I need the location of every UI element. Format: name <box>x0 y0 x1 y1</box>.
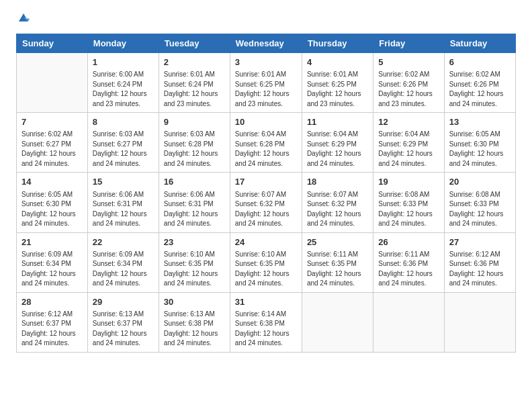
day-info: Sunrise: 6:11 AMSunset: 6:35 PMDaylight:… <box>307 250 368 289</box>
day-number: 6 <box>449 56 511 68</box>
day-info: Sunrise: 6:04 AMSunset: 6:29 PMDaylight:… <box>307 130 368 169</box>
calendar-cell: 15Sunrise: 6:06 AMSunset: 6:31 PMDayligh… <box>87 173 159 232</box>
day-number: 3 <box>235 56 297 68</box>
col-header-sunday: Sunday <box>17 34 88 53</box>
day-number: 25 <box>307 236 368 248</box>
day-number: 16 <box>164 176 225 188</box>
col-header-friday: Friday <box>373 34 444 53</box>
calendar-cell: 10Sunrise: 6:04 AMSunset: 6:28 PMDayligh… <box>230 113 302 173</box>
day-number: 17 <box>235 176 297 188</box>
day-info: Sunrise: 6:08 AMSunset: 6:33 PMDaylight:… <box>378 190 439 229</box>
day-number: 14 <box>21 176 83 188</box>
day-info: Sunrise: 6:13 AMSunset: 6:38 PMDaylight:… <box>164 310 225 349</box>
col-header-thursday: Thursday <box>302 34 373 53</box>
calendar-cell: 25Sunrise: 6:11 AMSunset: 6:35 PMDayligh… <box>302 232 373 292</box>
day-number: 21 <box>21 236 83 248</box>
day-info: Sunrise: 6:05 AMSunset: 6:30 PMDaylight:… <box>449 130 511 169</box>
day-info: Sunrise: 6:13 AMSunset: 6:37 PMDaylight:… <box>93 310 154 349</box>
day-info: Sunrise: 6:01 AMSunset: 6:25 PMDaylight:… <box>235 70 297 109</box>
day-number: 7 <box>21 116 83 128</box>
day-info: Sunrise: 6:07 AMSunset: 6:32 PMDaylight:… <box>235 190 297 229</box>
day-number: 29 <box>93 296 154 308</box>
day-info: Sunrise: 6:01 AMSunset: 6:25 PMDaylight:… <box>307 70 368 109</box>
calendar-cell: 26Sunrise: 6:11 AMSunset: 6:36 PMDayligh… <box>373 232 444 292</box>
day-info: Sunrise: 6:04 AMSunset: 6:28 PMDaylight:… <box>235 130 297 169</box>
calendar-cell: 7Sunrise: 6:02 AMSunset: 6:27 PMDaylight… <box>17 113 88 173</box>
calendar-cell: 11Sunrise: 6:04 AMSunset: 6:29 PMDayligh… <box>302 113 373 173</box>
col-header-tuesday: Tuesday <box>159 34 230 53</box>
day-number: 31 <box>235 296 297 308</box>
day-number: 20 <box>449 176 511 188</box>
day-number: 11 <box>307 116 368 128</box>
day-info: Sunrise: 6:00 AMSunset: 6:24 PMDaylight:… <box>93 70 154 109</box>
col-header-saturday: Saturday <box>444 34 515 53</box>
day-number: 24 <box>235 236 297 248</box>
day-number: 2 <box>164 56 225 68</box>
calendar-cell: 5Sunrise: 6:02 AMSunset: 6:26 PMDaylight… <box>373 53 444 113</box>
day-info: Sunrise: 6:03 AMSunset: 6:28 PMDaylight:… <box>164 130 225 169</box>
calendar-cell: 9Sunrise: 6:03 AMSunset: 6:28 PMDaylight… <box>159 113 230 173</box>
calendar-cell <box>444 292 515 352</box>
day-info: Sunrise: 6:01 AMSunset: 6:24 PMDaylight:… <box>164 70 225 109</box>
calendar-cell: 12Sunrise: 6:04 AMSunset: 6:29 PMDayligh… <box>373 113 444 173</box>
calendar-cell: 24Sunrise: 6:10 AMSunset: 6:35 PMDayligh… <box>230 232 302 292</box>
calendar-cell: 18Sunrise: 6:07 AMSunset: 6:32 PMDayligh… <box>302 173 373 232</box>
day-info: Sunrise: 6:06 AMSunset: 6:31 PMDaylight:… <box>93 190 154 229</box>
calendar-cell <box>373 292 444 352</box>
day-info: Sunrise: 6:14 AMSunset: 6:38 PMDaylight:… <box>235 310 297 349</box>
day-number: 23 <box>164 236 225 248</box>
day-number: 30 <box>164 296 225 308</box>
day-number: 13 <box>449 116 511 128</box>
day-number: 15 <box>93 176 154 188</box>
day-number: 22 <box>93 236 154 248</box>
calendar-cell: 3Sunrise: 6:01 AMSunset: 6:25 PMDaylight… <box>230 53 302 113</box>
day-number: 28 <box>21 296 83 308</box>
day-number: 19 <box>378 176 439 188</box>
calendar-week-2: 14Sunrise: 6:05 AMSunset: 6:30 PMDayligh… <box>17 173 516 232</box>
calendar-cell: 30Sunrise: 6:13 AMSunset: 6:38 PMDayligh… <box>159 292 230 352</box>
calendar-header-row: SundayMondayTuesdayWednesdayThursdayFrid… <box>17 34 516 53</box>
day-number: 27 <box>449 236 511 248</box>
calendar-cell: 21Sunrise: 6:09 AMSunset: 6:34 PMDayligh… <box>17 232 88 292</box>
day-number: 12 <box>378 116 439 128</box>
calendar-table: SundayMondayTuesdayWednesdayThursdayFrid… <box>16 34 516 353</box>
day-info: Sunrise: 6:10 AMSunset: 6:35 PMDaylight:… <box>235 250 297 289</box>
calendar-cell: 23Sunrise: 6:10 AMSunset: 6:35 PMDayligh… <box>159 232 230 292</box>
day-number: 9 <box>164 116 225 128</box>
col-header-monday: Monday <box>87 34 159 53</box>
day-number: 10 <box>235 116 297 128</box>
day-info: Sunrise: 6:07 AMSunset: 6:32 PMDaylight:… <box>307 190 368 229</box>
day-number: 1 <box>93 56 154 68</box>
calendar-cell: 27Sunrise: 6:12 AMSunset: 6:36 PMDayligh… <box>444 232 515 292</box>
day-info: Sunrise: 6:11 AMSunset: 6:36 PMDaylight:… <box>378 250 439 289</box>
calendar-week-3: 21Sunrise: 6:09 AMSunset: 6:34 PMDayligh… <box>17 232 516 292</box>
calendar-cell: 2Sunrise: 6:01 AMSunset: 6:24 PMDaylight… <box>159 53 230 113</box>
logo-icon <box>17 12 30 24</box>
day-info: Sunrise: 6:06 AMSunset: 6:31 PMDaylight:… <box>164 190 225 229</box>
day-info: Sunrise: 6:02 AMSunset: 6:26 PMDaylight:… <box>378 70 439 109</box>
page: SundayMondayTuesdayWednesdayThursdayFrid… <box>0 0 532 411</box>
col-header-wednesday: Wednesday <box>230 34 302 53</box>
day-number: 5 <box>378 56 439 68</box>
calendar-cell: 6Sunrise: 6:02 AMSunset: 6:26 PMDaylight… <box>444 53 515 113</box>
day-info: Sunrise: 6:09 AMSunset: 6:34 PMDaylight:… <box>21 250 83 289</box>
day-info: Sunrise: 6:02 AMSunset: 6:27 PMDaylight:… <box>21 130 83 169</box>
header <box>16 13 516 26</box>
day-info: Sunrise: 6:05 AMSunset: 6:30 PMDaylight:… <box>21 190 83 229</box>
day-info: Sunrise: 6:02 AMSunset: 6:26 PMDaylight:… <box>449 70 511 109</box>
calendar-cell: 13Sunrise: 6:05 AMSunset: 6:30 PMDayligh… <box>444 113 515 173</box>
calendar-week-0: 1Sunrise: 6:00 AMSunset: 6:24 PMDaylight… <box>17 53 516 113</box>
calendar-cell: 8Sunrise: 6:03 AMSunset: 6:27 PMDaylight… <box>87 113 159 173</box>
calendar-cell: 20Sunrise: 6:08 AMSunset: 6:33 PMDayligh… <box>444 173 515 232</box>
day-info: Sunrise: 6:08 AMSunset: 6:33 PMDaylight:… <box>449 190 511 229</box>
calendar-cell: 19Sunrise: 6:08 AMSunset: 6:33 PMDayligh… <box>373 173 444 232</box>
calendar-cell: 22Sunrise: 6:09 AMSunset: 6:34 PMDayligh… <box>87 232 159 292</box>
calendar-cell: 17Sunrise: 6:07 AMSunset: 6:32 PMDayligh… <box>230 173 302 232</box>
day-number: 4 <box>307 56 368 68</box>
calendar-cell <box>302 292 373 352</box>
day-info: Sunrise: 6:04 AMSunset: 6:29 PMDaylight:… <box>378 130 439 169</box>
calendar-cell: 29Sunrise: 6:13 AMSunset: 6:37 PMDayligh… <box>87 292 159 352</box>
calendar-cell: 28Sunrise: 6:12 AMSunset: 6:37 PMDayligh… <box>17 292 88 352</box>
day-info: Sunrise: 6:03 AMSunset: 6:27 PMDaylight:… <box>93 130 154 169</box>
calendar-week-1: 7Sunrise: 6:02 AMSunset: 6:27 PMDaylight… <box>17 113 516 173</box>
